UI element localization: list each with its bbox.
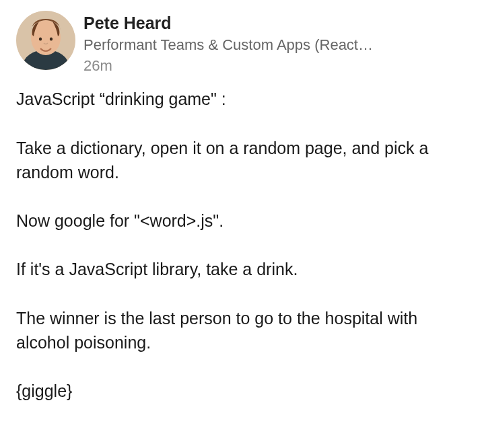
post-body: JavaScript “drinking game" : Take a dict… bbox=[16, 87, 466, 403]
svg-point-3 bbox=[39, 37, 42, 40]
post-timestamp: 26m bbox=[83, 56, 373, 77]
avatar-image bbox=[16, 11, 75, 70]
post-paragraph: JavaScript “drinking game" : bbox=[16, 87, 466, 111]
author-headline: Performant Teams & Custom Apps (React… bbox=[83, 35, 373, 56]
post-header: Pete Heard Performant Teams & Custom App… bbox=[16, 11, 466, 76]
post-paragraph: If it's a JavaScript library, take a dri… bbox=[16, 257, 466, 281]
post-paragraph: Now google for "<word>.js". bbox=[16, 209, 466, 233]
social-post: Pete Heard Performant Teams & Custom App… bbox=[16, 11, 466, 403]
author-name[interactable]: Pete Heard bbox=[83, 12, 373, 35]
svg-point-4 bbox=[50, 37, 53, 40]
post-header-text: Pete Heard Performant Teams & Custom App… bbox=[83, 11, 373, 76]
post-paragraph: Take a dictionary, open it on a random p… bbox=[16, 136, 466, 185]
post-paragraph: {giggle} bbox=[16, 379, 466, 403]
avatar[interactable] bbox=[16, 11, 75, 70]
post-paragraph: The winner is the last person to go to t… bbox=[16, 306, 466, 355]
